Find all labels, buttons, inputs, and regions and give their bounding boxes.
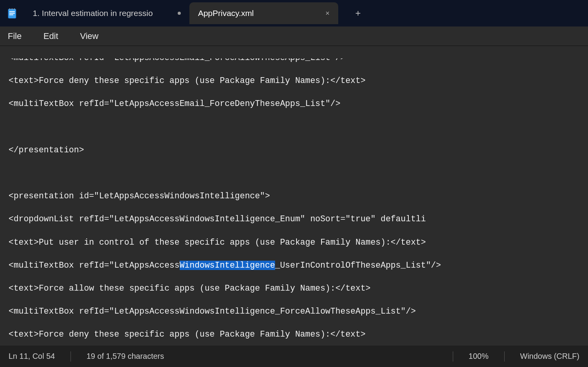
- svg-rect-4: [9, 14, 13, 15]
- menu-edit[interactable]: Edit: [41, 30, 60, 43]
- tab-bar: 1. Interval estimation in regressio AppP…: [24, 0, 366, 26]
- editor-line: <text>Force deny these specific apps (us…: [9, 329, 579, 341]
- status-zoom[interactable]: 100%: [460, 352, 497, 361]
- menu-bar: File Edit View: [0, 26, 588, 46]
- editor-line: <multiTextBox refId="LetAppsAccessEmail_…: [9, 98, 579, 110]
- editor-line: </presentation>: [9, 145, 579, 156]
- editor-line: <text>Force allow these specific apps (u…: [9, 283, 579, 295]
- plus-icon: +: [355, 8, 361, 19]
- close-icon[interactable]: ×: [325, 9, 330, 18]
- editor-line: [9, 168, 579, 179]
- editor-line: <multiTextBox refId="LetAppsAccessWindow…: [9, 306, 579, 318]
- status-cursor-position[interactable]: Ln 11, Col 54: [0, 352, 64, 361]
- tab-inactive[interactable]: 1. Interval estimation in regressio: [24, 2, 189, 24]
- editor-line: <text>Put user in control of these speci…: [9, 237, 579, 249]
- svg-point-6: [12, 9, 13, 10]
- text-selection: WindowsIntelligence: [180, 261, 275, 270]
- tab-title: AppPrivacy.xml: [198, 9, 254, 18]
- editor-line: <multiTextBox refId="LetAppsAccessEmail_…: [9, 58, 345, 64]
- editor-line: [9, 122, 579, 133]
- menu-view[interactable]: View: [78, 30, 101, 43]
- editor-line: <dropdownList refId="LetAppsAccessWindow…: [9, 213, 579, 225]
- notepad-app-icon: [0, 8, 24, 19]
- editor-line: <text>Force deny these specific apps (us…: [9, 75, 579, 87]
- new-tab-button[interactable]: +: [350, 8, 366, 19]
- svg-rect-2: [9, 11, 15, 12]
- svg-point-5: [9, 9, 11, 10]
- menu-file[interactable]: File: [5, 30, 24, 43]
- status-bar: Ln 11, Col 54 19 of 1,579 characters 100…: [0, 346, 588, 367]
- separator: [71, 351, 71, 362]
- tab-title: 1. Interval estimation in regressio: [33, 9, 153, 18]
- editor-line: <presentation id="LetAppsAccessWindowsIn…: [9, 191, 579, 202]
- separator: [453, 351, 453, 362]
- status-char-count: 19 of 1,579 characters: [78, 352, 173, 361]
- svg-rect-3: [9, 13, 15, 14]
- svg-point-7: [14, 9, 15, 10]
- modified-indicator-icon: [178, 12, 181, 15]
- title-bar: 1. Interval estimation in regressio AppP…: [0, 0, 588, 26]
- separator: [504, 351, 505, 362]
- text-editor[interactable]: <multiTextBox refId="LetAppsAccessEmail_…: [0, 46, 588, 346]
- status-line-ending[interactable]: Windows (CRLF): [512, 352, 588, 361]
- editor-line: <multiTextBox refId="LetAppsAccessWindow…: [9, 260, 579, 272]
- tab-active[interactable]: AppPrivacy.xml ×: [189, 2, 338, 24]
